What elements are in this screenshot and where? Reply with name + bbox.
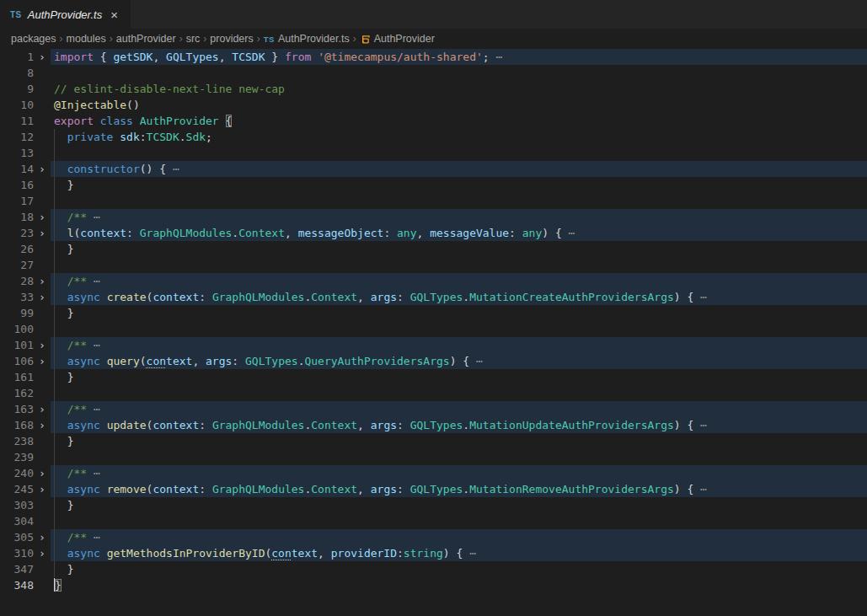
code-token: getSDK [113, 51, 153, 63]
breadcrumb-item-authprovider[interactable]: authProvider [116, 33, 176, 45]
line-number: 16 [0, 177, 34, 193]
line-number: 161 [0, 369, 34, 385]
code-line-16[interactable]: 16 } [0, 177, 867, 193]
code-line-28[interactable]: 28› /** ⋯ [0, 273, 867, 289]
fold-chevron-icon[interactable]: › [34, 481, 51, 497]
code-token: text [292, 547, 318, 560]
code-line-161[interactable]: 161 } [0, 369, 867, 385]
code-line-303[interactable]: 303 } [0, 497, 867, 513]
fold-chevron-icon[interactable]: › [34, 401, 51, 417]
fold-chevron-icon[interactable]: › [34, 545, 51, 561]
fold-chevron-icon[interactable]: › [34, 209, 51, 225]
code-token [54, 131, 67, 143]
breadcrumb-separator-icon: › [353, 33, 356, 45]
line-number: 310 [0, 545, 34, 561]
tab-authprovider-ts[interactable]: TS AuthProvider.ts × [0, 0, 131, 29]
fold-chevron-icon[interactable]: › [34, 337, 51, 353]
code-line-9[interactable]: 9// eslint-disable-next-line new-cap [0, 81, 867, 97]
code-line-305[interactable]: 305› /** ⋯ [0, 529, 867, 545]
code-token: } [265, 51, 285, 63]
code-content: /** ⋯ [51, 273, 867, 289]
code-line-23[interactable]: 23› l(context: GraphQLModules.Context, m… [0, 225, 867, 241]
code-line-245[interactable]: 245› async remove(context: GraphQLModule… [0, 481, 867, 497]
code-line-18[interactable]: 18› /** ⋯ [0, 209, 867, 225]
code-line-162[interactable]: 162 [0, 385, 867, 401]
code-token: /** [67, 211, 87, 223]
code-token: } [54, 243, 73, 255]
code-content: /** ⋯ [51, 465, 867, 481]
code-token: ) { [450, 355, 469, 367]
code-line-163[interactable]: 163› /** ⋯ [0, 401, 867, 417]
fold-chevron-icon[interactable]: › [34, 161, 51, 177]
code-line-10[interactable]: 10@Injectable() [0, 97, 867, 113]
fold-chevron-icon[interactable]: › [34, 353, 51, 369]
breadcrumb-item-packages[interactable]: packages [11, 33, 56, 45]
code-content: /** ⋯ [51, 529, 867, 545]
code-token: string [404, 547, 443, 560]
code-line-100[interactable]: 100 [0, 321, 867, 337]
gutter-spacer [34, 81, 51, 97]
line-number: 348 [0, 577, 34, 593]
code-line-304[interactable]: 304 [0, 513, 867, 529]
code-line-310[interactable]: 310› async getMethodsInProviderByID(cont… [0, 545, 867, 561]
fold-chevron-icon[interactable]: › [34, 465, 51, 481]
code-line-8[interactable]: 8 [0, 65, 867, 81]
code-line-348[interactable]: 348} [0, 577, 867, 593]
gutter-spacer [34, 97, 51, 113]
fold-chevron-icon[interactable]: › [34, 529, 51, 545]
breadcrumb-item-authprovider[interactable]: AuthProvider [360, 33, 435, 45]
code-token: ; [206, 131, 212, 143]
code-line-12[interactable]: 12 private sdk:TCSDK.Sdk; [0, 129, 867, 145]
breadcrumb-item-authprovider-ts[interactable]: TSAuthProvider.ts [264, 33, 350, 45]
code-token: '@timecampus/auth-shared' [318, 51, 483, 63]
code-token: , [357, 419, 371, 431]
breadcrumb-item-modules[interactable]: modules [67, 33, 106, 45]
code-line-240[interactable]: 240› /** ⋯ [0, 465, 867, 481]
code-token: QueryAuthProvidersArgs [304, 355, 449, 367]
code-token: . [463, 291, 469, 303]
code-token: GraphQLModules [212, 419, 305, 431]
code-line-239[interactable]: 239 [0, 449, 867, 465]
code-line-27[interactable]: 27 [0, 257, 867, 273]
code-line-13[interactable]: 13 [0, 145, 867, 161]
code-line-238[interactable]: 238 } [0, 433, 867, 449]
code-line-106[interactable]: 106› async query(context, args: GQLTypes… [0, 353, 867, 369]
code-token: update [107, 419, 147, 431]
class-symbol-icon [360, 34, 371, 45]
code-token: ⋯ [463, 547, 476, 560]
code-token: class [100, 115, 133, 127]
breadcrumb-separator-icon: › [179, 33, 183, 45]
code-line-347[interactable]: 347 } [0, 561, 867, 577]
breadcrumb-separator-icon: › [203, 33, 206, 45]
code-token: import [54, 51, 94, 63]
code-line-99[interactable]: 99 } [0, 305, 867, 321]
breadcrumb-item-src[interactable]: src [186, 33, 201, 45]
code-token: ) { [674, 291, 693, 303]
code-content: async create(context: GraphQLModules.Con… [51, 289, 867, 305]
code-line-1[interactable]: 1›import { getSDK, GQLTypes, TCSDK } fro… [0, 49, 867, 65]
code-token: ⋯ [87, 275, 100, 287]
fold-chevron-icon[interactable]: › [34, 273, 51, 289]
code-line-26[interactable]: 26 } [0, 241, 867, 257]
breadcrumb-item-providers[interactable]: providers [210, 33, 253, 45]
code-line-14[interactable]: 14› constructor() { ⋯ [0, 161, 867, 177]
code-editor[interactable]: 1›import { getSDK, GQLTypes, TCSDK } fro… [0, 49, 867, 593]
fold-chevron-icon[interactable]: › [34, 417, 51, 433]
code-line-33[interactable]: 33› async create(context: GraphQLModules… [0, 289, 867, 305]
breadcrumb-label: AuthProvider.ts [278, 33, 350, 45]
code-token: GQLTypes [410, 483, 463, 495]
code-content: } [51, 177, 867, 193]
code-token: /** [67, 531, 87, 544]
code-line-168[interactable]: 168› async update(context: GraphQLModule… [0, 417, 867, 433]
code-token: } [54, 563, 73, 576]
code-line-11[interactable]: 11export class AuthProvider { [0, 113, 867, 129]
code-line-17[interactable]: 17 [0, 193, 867, 209]
code-token: } [54, 435, 73, 447]
fold-chevron-icon[interactable]: › [34, 289, 51, 305]
fold-chevron-icon[interactable]: › [34, 49, 51, 65]
code-token [100, 483, 107, 495]
fold-chevron-icon[interactable]: › [34, 225, 51, 241]
code-token: ⋯ [87, 531, 100, 544]
code-line-101[interactable]: 101› /** ⋯ [0, 337, 867, 353]
close-icon[interactable]: × [108, 8, 120, 22]
